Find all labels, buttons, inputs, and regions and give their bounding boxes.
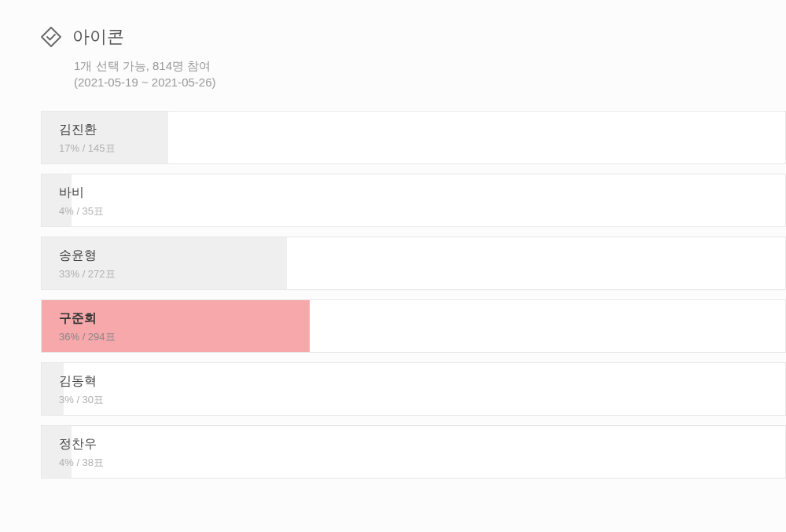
poll-option-stats: 4% / 38표 xyxy=(59,456,768,470)
poll-option-name: 구준회 xyxy=(59,310,768,327)
poll-option-name: 송윤형 xyxy=(59,248,768,264)
poll-item[interactable]: 김진환 17% / 145표 xyxy=(41,111,786,164)
poll-item[interactable]: 바비 4% / 35표 xyxy=(41,174,786,227)
poll-content: 정찬우 4% / 38표 xyxy=(42,426,785,479)
poll-option-stats: 3% / 30표 xyxy=(59,393,768,407)
poll-option-stats: 17% / 145표 xyxy=(59,141,768,156)
poll-option-name: 바비 xyxy=(59,185,768,201)
poll-item[interactable]: 구준회 36% / 294표 xyxy=(41,299,786,353)
poll-option-stats: 33% / 272표 xyxy=(59,267,768,281)
header-text-block: 아이콘 1개 선택 가능, 814명 참여 (2021-05-19 ~ 2021… xyxy=(74,25,216,89)
poll-content: 바비 4% / 35표 xyxy=(42,174,785,227)
poll-option-name: 김진환 xyxy=(59,122,768,138)
poll-list: 김진환 17% / 145표 바비 4% / 35표 송윤형 33% / 272… xyxy=(41,111,786,479)
poll-content: 구준회 36% / 294표 xyxy=(42,300,785,353)
poll-option-stats: 36% / 294표 xyxy=(59,330,768,344)
poll-item[interactable]: 송윤형 33% / 272표 xyxy=(41,237,786,290)
poll-title: 아이콘 xyxy=(72,25,216,49)
poll-content: 김진환 17% / 145표 xyxy=(42,112,785,164)
poll-content: 송윤형 33% / 272표 xyxy=(42,237,785,290)
poll-header: 아이콘 1개 선택 가능, 814명 참여 (2021-05-19 ~ 2021… xyxy=(41,25,786,89)
poll-option-name: 정찬우 xyxy=(59,436,768,453)
poll-subtitle: 1개 선택 가능, 814명 참여 xyxy=(74,57,216,75)
poll-item[interactable]: 정찬우 4% / 38표 xyxy=(41,425,786,479)
poll-option-name: 김동혁 xyxy=(59,373,768,390)
poll-item[interactable]: 김동혁 3% / 30표 xyxy=(41,362,786,416)
checkmark-diamond-icon xyxy=(41,27,61,50)
poll-option-stats: 4% / 35표 xyxy=(59,204,768,218)
poll-content: 김동혁 3% / 30표 xyxy=(42,363,785,416)
poll-date-range: (2021-05-19 ~ 2021-05-26) xyxy=(74,75,216,89)
